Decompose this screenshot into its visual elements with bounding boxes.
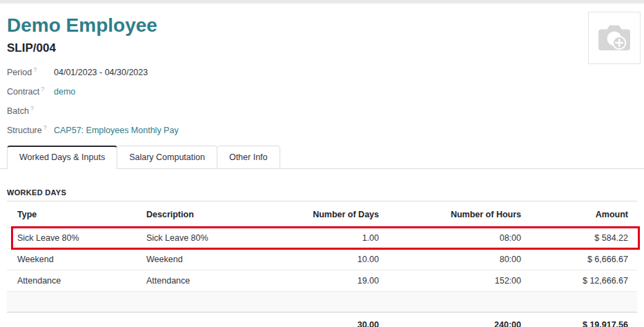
column-header-number-of-days[interactable]: Number of Days [274, 201, 379, 228]
cell-days[interactable]: 1.00 [274, 228, 379, 249]
totals-spacer [136, 313, 274, 327]
field-row-batch: Batch? [7, 105, 637, 114]
cell-hours[interactable]: 152:00 [379, 270, 521, 292]
total-hours: 240:00 [379, 313, 521, 327]
tab-other-info[interactable]: Other Info [217, 146, 280, 169]
cell-amount[interactable]: $ 584.22 [521, 228, 637, 249]
field-label-text: Period [7, 68, 32, 77]
cell-amount[interactable]: $ 6,666.67 [521, 249, 637, 270]
totals-spacer [7, 313, 136, 327]
total-amount: $ 19,917.56 [521, 313, 637, 327]
tab-salary-computation[interactable]: Salary Computation [117, 146, 217, 169]
column-header-description[interactable]: Description [136, 201, 274, 228]
contract-link[interactable]: demo [54, 87, 75, 97]
table-row-weekend[interactable]: Weekend Weekend 10.00 80:00 $ 6,666.67 [7, 249, 637, 270]
worked-days-table: Type Description Number of Days Number o… [7, 201, 637, 327]
column-header-number-of-hours[interactable]: Number of Hours [379, 201, 521, 228]
record-subtitle: SLIP/004 [7, 42, 637, 54]
table-empty-row [7, 292, 637, 313]
field-row-contract: Contract? demo [7, 86, 637, 95]
table-row-attendance[interactable]: Attendance Attendance 19.00 152:00 $ 12,… [7, 270, 637, 292]
help-question-mark[interactable]: ? [33, 66, 37, 73]
total-days: 30.00 [274, 313, 379, 327]
column-header-amount[interactable]: Amount [521, 201, 637, 228]
cell-hours[interactable]: 08:00 [379, 228, 521, 249]
cell-hours[interactable]: 80:00 [379, 249, 521, 270]
cell-description[interactable]: Weekend [136, 249, 274, 270]
cell-type[interactable]: Attendance [7, 270, 136, 292]
field-row-structure: Structure? CAP57: Employees Monthly Pay [7, 124, 637, 133]
cell-amount[interactable]: $ 12,666.67 [521, 270, 637, 292]
camera-plus-icon [597, 23, 632, 54]
period-value[interactable]: 04/01/2023 - 04/30/2023 [54, 68, 148, 77]
cell-days[interactable]: 10.00 [274, 249, 379, 270]
worked-days-table-wrap: Type Description Number of Days Number o… [7, 201, 637, 327]
field-row-period: Period? 04/01/2023 - 04/30/2023 [7, 66, 637, 75]
empty-cell [7, 292, 637, 313]
cell-type[interactable]: Sick Leave 80% [7, 228, 136, 249]
table-row-sick-leave[interactable]: Sick Leave 80% Sick Leave 80% 1.00 08:00… [7, 228, 637, 249]
cell-description[interactable]: Sick Leave 80% [136, 228, 274, 249]
field-label-structure: Structure? [7, 124, 54, 135]
column-header-type[interactable]: Type [7, 201, 136, 228]
tab-worked-days-inputs[interactable]: Worked Days & Inputs [7, 146, 117, 169]
notebook-tab-bar: Worked Days & Inputs Salary Computation … [0, 146, 644, 169]
record-title: Demo Employee [7, 15, 637, 36]
field-label-text: Structure [7, 126, 42, 135]
help-question-mark[interactable]: ? [41, 86, 44, 92]
worked-days-section-title: WORKED DAYS [7, 188, 637, 201]
cell-type[interactable]: Weekend [7, 249, 136, 270]
field-label-contract: Contract? [7, 86, 54, 97]
field-label-period: Period? [7, 66, 54, 77]
payslip-form-sheet: Demo Employee SLIP/004 Period? 04/01/202… [0, 3, 644, 133]
field-label-text: Contract [7, 87, 39, 97]
field-label-text: Batch [7, 106, 29, 116]
structure-link[interactable]: CAP57: Employees Monthly Pay [54, 126, 179, 135]
cell-days[interactable]: 19.00 [274, 270, 379, 292]
field-group: Period? 04/01/2023 - 04/30/2023 Contract… [7, 66, 637, 133]
cell-description[interactable]: Attendance [136, 270, 274, 292]
tab-content: WORKED DAYS Type Description Number of D… [0, 188, 644, 327]
photo-upload-placeholder[interactable] [588, 12, 641, 64]
help-question-mark[interactable]: ? [43, 124, 47, 131]
field-label-batch: Batch? [7, 105, 54, 116]
table-header-row: Type Description Number of Days Number o… [7, 201, 637, 228]
table-totals-row: 30.00 240:00 $ 19,917.56 [7, 313, 637, 327]
help-question-mark[interactable]: ? [30, 105, 34, 112]
